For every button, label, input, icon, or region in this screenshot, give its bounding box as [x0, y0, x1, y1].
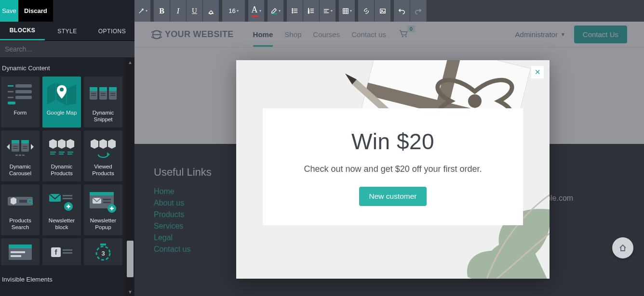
discard-button[interactable]: Discard: [18, 0, 53, 22]
svg-rect-57: [103, 202, 111, 203]
block-label: Viewed Products: [84, 161, 122, 177]
svg-rect-30: [13, 148, 18, 149]
svg-rect-71: [100, 244, 106, 245]
svg-text:3: 3: [308, 12, 309, 14]
svg-rect-88: [343, 8, 348, 13]
search-products-icon: [5, 188, 36, 215]
svg-rect-40: [67, 152, 73, 153]
tab-blocks[interactable]: BLOCKS: [0, 22, 45, 40]
blocks-scrollbar[interactable]: ▲ ▼: [126, 58, 134, 296]
newsletter-popup-icon: [88, 188, 119, 215]
ordered-list-button[interactable]: 123: [303, 0, 320, 22]
undo-button[interactable]: [394, 0, 410, 22]
svg-rect-67: [63, 249, 72, 251]
block-label: Products Search: [1, 215, 40, 231]
svg-rect-35: [22, 154, 25, 156]
modal-content-card: Win $20 Check out now and get $20 off yo…: [263, 108, 523, 225]
category-dynamic-content: Dynamic Content: [0, 58, 125, 77]
svg-rect-56: [103, 199, 111, 200]
clear-format-button[interactable]: [203, 0, 219, 22]
newsletter-popup-modal: ✕ Win $20 Check out now and get $20 off …: [236, 60, 550, 279]
block-partial-2[interactable]: f: [42, 238, 81, 265]
panel-top-bar: Save Discard: [0, 0, 134, 22]
svg-marker-42: [107, 152, 110, 157]
block-label: Dynamic Snippet: [84, 107, 122, 123]
tab-style[interactable]: STYLE: [45, 22, 90, 40]
block-google-map[interactable]: Google Map: [42, 77, 81, 128]
facebook-icon: f: [46, 241, 77, 265]
align-button[interactable]: [320, 0, 336, 22]
block-label: Dynamic Carousel: [1, 161, 40, 177]
svg-rect-32: [23, 148, 27, 149]
svg-rect-5: [15, 96, 32, 99]
svg-rect-72: [271, 13, 277, 14]
svg-point-10: [60, 88, 64, 91]
svg-rect-1: [15, 84, 32, 88]
home-fab-button[interactable]: [612, 237, 633, 258]
block-dynamic-carousel[interactable]: Dynamic Carousel: [1, 130, 40, 181]
category-invisible-elements: Invisible Elements: [0, 269, 125, 288]
svg-rect-37: [50, 154, 55, 154]
modal-subtitle: Check out now and get $20 off your first…: [280, 164, 506, 174]
unordered-list-button[interactable]: [287, 0, 303, 22]
block-label: Newsletter block: [42, 215, 81, 231]
svg-rect-15: [99, 87, 107, 91]
svg-rect-54: [90, 192, 114, 195]
block-dynamic-snippet[interactable]: Dynamic Snippet: [84, 77, 122, 128]
boxes-icon: [46, 134, 77, 161]
countdown-icon: 3: [88, 241, 119, 265]
scroll-down-arrow-icon[interactable]: ▼: [126, 287, 134, 296]
svg-marker-24: [31, 144, 34, 150]
image-button[interactable]: [375, 0, 391, 22]
scrollbar-thumb[interactable]: [127, 241, 134, 277]
block-label: Dynamic Products: [42, 161, 81, 177]
svg-rect-20: [101, 95, 106, 96]
block-products-search[interactable]: Products Search: [1, 184, 40, 235]
block-newsletter-block[interactable]: Newsletter block: [42, 184, 81, 235]
newsletter-icon: [46, 188, 77, 215]
italic-button[interactable]: I: [170, 0, 187, 22]
svg-rect-39: [59, 154, 64, 154]
svg-rect-36: [50, 152, 56, 153]
bold-button[interactable]: B: [154, 0, 170, 22]
block-dynamic-products[interactable]: Dynamic Products: [42, 130, 81, 181]
boxes-reload-icon: [88, 134, 119, 161]
panel-tabs: BLOCKS STYLE OPTIONS: [0, 22, 134, 41]
scroll-up-arrow-icon[interactable]: ▲: [126, 58, 134, 66]
block-label: Form: [13, 107, 28, 116]
modal-close-button[interactable]: ✕: [531, 66, 544, 78]
svg-text:3: 3: [101, 250, 105, 257]
table-button[interactable]: [339, 0, 355, 22]
block-label: Newsletter Popup: [84, 215, 122, 231]
block-search-input[interactable]: [0, 41, 134, 57]
svg-rect-41: [67, 154, 72, 154]
modal-cta-button[interactable]: New customer: [359, 187, 426, 206]
block-form[interactable]: Form: [1, 77, 40, 128]
link-button[interactable]: [358, 0, 375, 22]
magic-wand-button[interactable]: [134, 0, 151, 22]
svg-rect-38: [59, 152, 65, 153]
underline-button[interactable]: U: [187, 0, 203, 22]
modal-title: Win $20: [280, 129, 506, 154]
block-partial-1[interactable]: [1, 238, 40, 265]
highlight-color-button[interactable]: [268, 0, 284, 22]
svg-rect-21: [110, 93, 115, 94]
svg-marker-23: [7, 144, 10, 150]
svg-rect-34: [19, 154, 21, 156]
block-partial-3[interactable]: 3: [84, 238, 122, 265]
svg-rect-3: [15, 90, 32, 93]
svg-rect-2: [8, 91, 13, 92]
svg-rect-63: [11, 251, 25, 253]
tab-options[interactable]: OPTIONS: [90, 22, 134, 40]
block-viewed-products[interactable]: Viewed Products: [84, 130, 122, 181]
form-icon: [5, 80, 36, 107]
block-newsletter-popup[interactable]: Newsletter Popup: [84, 184, 122, 235]
svg-rect-49: [63, 198, 72, 199]
font-size-select[interactable]: 16: [222, 0, 245, 22]
save-button[interactable]: Save: [0, 0, 18, 22]
svg-rect-33: [15, 154, 18, 156]
redo-button: [410, 0, 427, 22]
svg-rect-22: [110, 95, 115, 96]
svg-rect-4: [8, 97, 13, 98]
text-color-button[interactable]: A: [248, 0, 265, 22]
